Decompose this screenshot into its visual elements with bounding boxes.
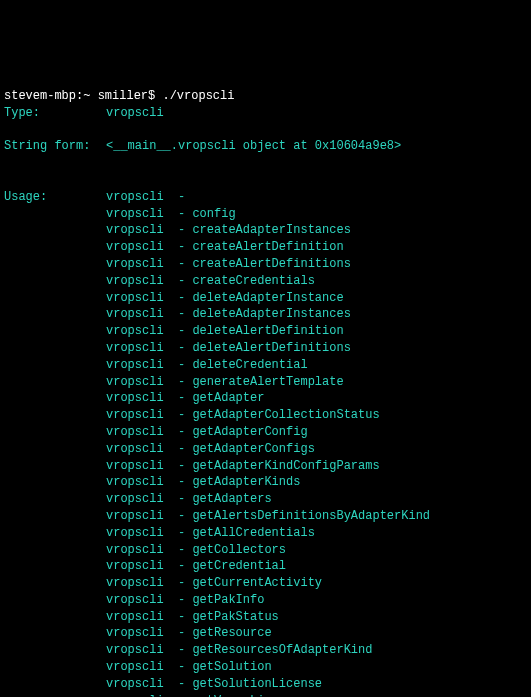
usage-line: vropscli- getAdapterKinds <box>106 474 430 491</box>
usage-program: vropscli <box>106 222 178 239</box>
usage-program: vropscli <box>106 290 178 307</box>
usage-subcommand: deleteCredential <box>192 358 307 372</box>
usage-line: vropscli- getSolution <box>106 659 430 676</box>
usage-line: vropscli- getAdapterConfig <box>106 424 430 441</box>
usage-subcommand: createAlertDefinitions <box>192 257 350 271</box>
usage-subcommand: getAdapters <box>192 492 271 506</box>
usage-line: vropscli- deleteAdapterInstances <box>106 306 430 323</box>
usage-program: vropscli <box>106 340 178 357</box>
usage-line: vropscli- getVropsLicense <box>106 693 430 697</box>
usage-subcommand: getSolution <box>192 660 271 674</box>
usage-program: vropscli <box>106 625 178 642</box>
usage-subcommand: getCurrentActivity <box>192 576 322 590</box>
terminal-output: stevem-mbp:~ smiller$ ./vropscli Type:vr… <box>4 71 527 697</box>
stringform-line: String form:<__main__.vropscli object at… <box>4 138 527 155</box>
usage-subcommand: getAdapter <box>192 391 264 405</box>
usage-line: vropscli- deleteAdapterInstance <box>106 290 430 307</box>
usage-program: vropscli <box>106 558 178 575</box>
usage-subcommand: getAdapterConfig <box>192 425 307 439</box>
usage-line: vropscli- createAlertDefinition <box>106 239 430 256</box>
usage-subcommand: getCredential <box>192 559 286 573</box>
usage-subcommand: generateAlertTemplate <box>192 375 343 389</box>
usage-program: vropscli <box>106 575 178 592</box>
shell-prompt-line: stevem-mbp:~ smiller$ ./vropscli <box>4 89 234 103</box>
usage-subcommand: getAllCredentials <box>192 526 314 540</box>
usage-line: vropscli- createAdapterInstances <box>106 222 430 239</box>
usage-subcommand: createAdapterInstances <box>192 223 350 237</box>
usage-subcommand: deleteAdapterInstance <box>192 291 343 305</box>
usage-line: vropscli- <box>106 189 430 206</box>
usage-program: vropscli <box>106 273 178 290</box>
usage-subcommand: getAdapterConfigs <box>192 442 314 456</box>
usage-program: vropscli <box>106 239 178 256</box>
usage-program: vropscli <box>106 642 178 659</box>
usage-line: vropscli- getResourcesOfAdapterKind <box>106 642 430 659</box>
usage-program: vropscli <box>106 525 178 542</box>
commands-list: vropscli-vropscli- configvropscli- creat… <box>106 189 430 697</box>
usage-program: vropscli <box>106 609 178 626</box>
usage-subcommand: getCollectors <box>192 543 286 557</box>
usage-subcommand: getAdapterKinds <box>192 475 300 489</box>
usage-line: vropscli- getAlertsDefinitionsByAdapterK… <box>106 508 430 525</box>
usage-subcommand: deleteAlertDefinitions <box>192 341 350 355</box>
usage-subcommand: getResource <box>192 626 271 640</box>
usage-program: vropscli <box>106 390 178 407</box>
usage-subcommand: getSolutionLicense <box>192 677 322 691</box>
usage-line: vropscli- getAdapterConfigs <box>106 441 430 458</box>
usage-subcommand: getAdapterCollectionStatus <box>192 408 379 422</box>
usage-subcommand: getPakInfo <box>192 593 264 607</box>
usage-subcommand: config <box>192 207 235 221</box>
stringform-label: String form: <box>4 138 106 155</box>
usage-program: vropscli <box>106 458 178 475</box>
type-line: Type:vropscli <box>4 105 527 122</box>
usage-line: vropscli- deleteCredential <box>106 357 430 374</box>
usage-program: vropscli <box>106 508 178 525</box>
stringform-value: <__main__.vropscli object at 0x10604a9e8… <box>106 139 401 153</box>
usage-line: vropscli- getCollectors <box>106 542 430 559</box>
usage-line: vropscli- getResource <box>106 625 430 642</box>
usage-program: vropscli <box>106 424 178 441</box>
usage-label: Usage: <box>4 189 106 206</box>
usage-line: vropscli- getAdapter <box>106 390 430 407</box>
usage-subcommand: getPakStatus <box>192 610 278 624</box>
usage-program: vropscli <box>106 659 178 676</box>
usage-subcommand: deleteAlertDefinition <box>192 324 343 338</box>
usage-line: vropscli- getPakInfo <box>106 592 430 609</box>
usage-line: vropscli- deleteAlertDefinition <box>106 323 430 340</box>
usage-subcommand: createAlertDefinition <box>192 240 343 254</box>
usage-program: vropscli <box>106 693 178 697</box>
usage-subcommand: getAlertsDefinitionsByAdapterKind <box>192 509 430 523</box>
usage-line: vropscli- generateAlertTemplate <box>106 374 430 391</box>
usage-line: vropscli- deleteAlertDefinitions <box>106 340 430 357</box>
usage-line: vropscli- getAdapterKindConfigParams <box>106 458 430 475</box>
usage-program: vropscli <box>106 357 178 374</box>
prompt-host: stevem-mbp <box>4 89 76 103</box>
usage-program: vropscli <box>106 256 178 273</box>
usage-subcommand: deleteAdapterInstances <box>192 307 350 321</box>
usage-program: vropscli <box>106 407 178 424</box>
type-value: vropscli <box>106 106 164 120</box>
usage-program: vropscli <box>106 542 178 559</box>
usage-line: vropscli- getPakStatus <box>106 609 430 626</box>
usage-line: vropscli- createCredentials <box>106 273 430 290</box>
usage-program: vropscli <box>106 206 178 223</box>
usage-program: vropscli <box>106 441 178 458</box>
usage-program: vropscli <box>106 323 178 340</box>
usage-subcommand: getResourcesOfAdapterKind <box>192 643 372 657</box>
usage-line: vropscli- getCurrentActivity <box>106 575 430 592</box>
usage-program: vropscli <box>106 189 178 206</box>
usage-line: vropscli- getAdapters <box>106 491 430 508</box>
usage-program: vropscli <box>106 592 178 609</box>
entered-command: ./vropscli <box>162 89 234 103</box>
usage-line: vropscli- config <box>106 206 430 223</box>
usage-program: vropscli <box>106 474 178 491</box>
usage-line: vropscli- getAdapterCollectionStatus <box>106 407 430 424</box>
usage-line: vropscli- getSolutionLicense <box>106 676 430 693</box>
blank-line <box>4 173 11 187</box>
usage-line: vropscli- getCredential <box>106 558 430 575</box>
usage-program: vropscli <box>106 491 178 508</box>
usage-line: vropscli- createAlertDefinitions <box>106 256 430 273</box>
usage-block: Usage:vropscli-vropscli- configvropscli-… <box>4 189 527 697</box>
type-label: Type: <box>4 105 106 122</box>
usage-subcommand: createCredentials <box>192 274 314 288</box>
